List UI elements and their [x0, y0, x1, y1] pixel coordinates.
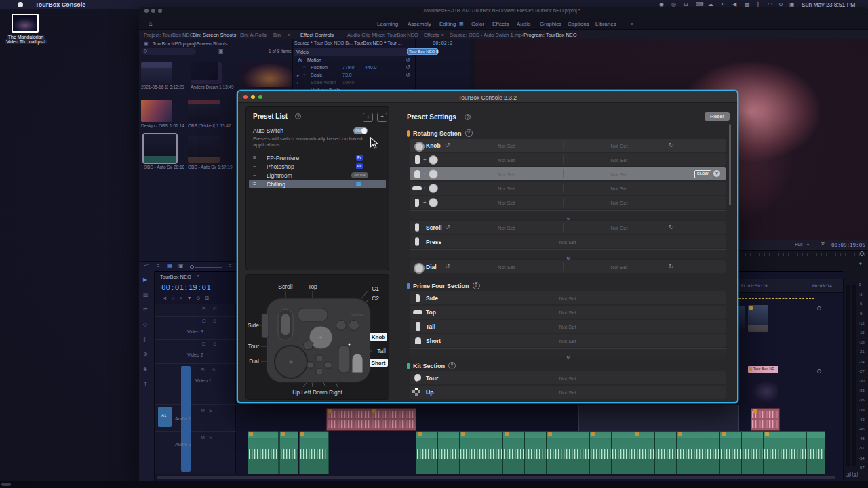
clip-thumbnail[interactable]: [188, 136, 220, 163]
clip-thumbnail[interactable]: [188, 100, 220, 122]
scale-twirl-icon[interactable]: ▸: [297, 73, 299, 77]
solo-left-button[interactable]: S: [846, 472, 851, 477]
drag-handle-icon[interactable]: ≡: [253, 163, 256, 169]
scroll-wheel[interactable]: [281, 314, 290, 335]
side-button[interactable]: [262, 314, 269, 338]
dpad-right-button[interactable]: [325, 362, 332, 368]
clip-name[interactable]: OBS - Auto Swich 2...: [188, 165, 216, 169]
solo-track-icon[interactable]: S: [209, 408, 212, 413]
razor-tool-icon[interactable]: ◇: [143, 321, 147, 327]
sequence-tab[interactable]: TourBox NEO: [160, 274, 191, 280]
top-plus-knob-row[interactable]: + Not Set Not Set: [410, 182, 726, 195]
tour-binding[interactable]: Not Set: [410, 375, 726, 382]
combo-ccw-binding[interactable]: Not Set: [450, 186, 562, 192]
mute-track-icon[interactable]: M: [201, 435, 205, 440]
clip-name[interactable]: OBS - Auto Swich 1...: [144, 165, 172, 169]
monitor-zoom-select[interactable]: Full: [795, 242, 802, 247]
knob-row[interactable]: Knob ↺ Not Set Not Set ↻: [410, 139, 726, 152]
scroll-up-binding[interactable]: Not Set: [450, 225, 562, 231]
combo-ccw-binding[interactable]: Not Set: [450, 157, 562, 163]
minimize-window-button[interactable]: [151, 9, 155, 13]
reset-position-icon[interactable]: ↺: [406, 64, 410, 70]
reset-scale-icon[interactable]: ↺: [406, 72, 410, 78]
toggle-track-output-icon[interactable]: ⊟: [202, 342, 206, 347]
preset-item-photoshop[interactable]: ≡ Photoshop Ps: [249, 162, 386, 171]
rotate-ccw-icon[interactable]: ↺: [445, 142, 450, 148]
top-row[interactable]: Top Not Set: [410, 306, 726, 319]
tall-plus-knob-row[interactable]: + Not Set Not Set: [410, 153, 726, 166]
clip-thumbnail[interactable]: [239, 61, 295, 87]
video-clip-thumbnail[interactable]: [748, 373, 778, 404]
rotate-cw-icon[interactable]: ↻: [669, 263, 674, 270]
timeline-menu-icon[interactable]: ▼: [187, 296, 197, 300]
up-row[interactable]: Up Not Set: [410, 386, 726, 399]
side-row[interactable]: Side Not Set: [410, 291, 726, 304]
ec-clip-chip[interactable]: Tour Box NEO B: [407, 48, 438, 55]
icon-view-icon[interactable]: ▦: [167, 263, 173, 269]
track-name-v1[interactable]: Video 1: [195, 378, 212, 383]
mute-track-icon[interactable]: M: [201, 408, 205, 413]
scroll-row[interactable]: Scroll ↺ Not Set Not Set ↻: [410, 221, 726, 234]
position-stopwatch-icon[interactable]: ○: [303, 65, 306, 69]
tab-project[interactable]: Project: TourBox NEO: [144, 32, 193, 38]
fx-icon[interactable]: fx: [298, 58, 302, 62]
toggle-track-output-icon[interactable]: ⊟: [201, 367, 205, 373]
dpad-left-button[interactable]: [307, 362, 314, 368]
add-track-icon[interactable]: +: [859, 260, 862, 267]
dialog-titlebar[interactable]: TourBox Console 2.3.2: [238, 92, 737, 103]
close-window-button[interactable]: [144, 9, 149, 13]
c2-button[interactable]: [349, 321, 359, 331]
clip-name[interactable]: Anders Dream -...: [191, 85, 218, 89]
track-name-a1[interactable]: Audio 1: [175, 416, 191, 421]
timeline-timecode[interactable]: 00:01:19:01: [161, 283, 211, 292]
folder-icon[interactable]: ▣: [218, 48, 224, 54]
short-plus-knob-row-selected[interactable]: + Not Set Not Set SLOW ×: [410, 167, 726, 180]
ec-source-dropdown-icon[interactable]: ▾: [348, 41, 350, 45]
dial-row[interactable]: Dial ↺ Not Set Not Set ↻: [410, 260, 726, 273]
video-clip-label[interactable]: Tour Box NE: [748, 366, 778, 373]
source-patch-a1[interactable]: A1: [158, 407, 172, 427]
add-preset-button[interactable]: +: [377, 113, 387, 122]
home-icon[interactable]: ⌂: [149, 20, 153, 27]
track-eye-icon[interactable]: ⊙: [213, 319, 217, 324]
rotate-ccw-icon[interactable]: ↺: [445, 224, 450, 230]
freeform-view-icon[interactable]: ▣: [178, 263, 184, 269]
tab-graphics[interactable]: Graphics: [540, 21, 561, 27]
audio-clip-green[interactable]: [299, 431, 329, 474]
tab-audio[interactable]: Audio: [517, 21, 530, 27]
short-binding[interactable]: Not Set: [410, 338, 726, 344]
timeline-h-scrollbar[interactable]: [157, 476, 835, 479]
panel-menu-icon[interactable]: ≡: [229, 263, 232, 269]
wrench-icon[interactable]: ⚒: [821, 241, 825, 247]
track-name-v2[interactable]: Video 2: [187, 352, 203, 357]
track-name-v3[interactable]: Video 3: [187, 329, 203, 334]
tab-learning[interactable]: Learning: [377, 21, 398, 27]
audio-clip-green[interactable]: [279, 431, 298, 474]
zoom-slider-track[interactable]: [195, 267, 222, 268]
snap-icon[interactable]: ⊲: [163, 296, 172, 300]
toggle-track-output-icon[interactable]: ⊟: [202, 306, 206, 312]
short-button[interactable]: [352, 354, 363, 373]
dial-ccw-binding[interactable]: Not Set: [450, 264, 562, 270]
linked-selection-icon[interactable]: ∩: [172, 296, 180, 300]
tall-row[interactable]: Tall Not Set: [410, 320, 726, 333]
clip-name[interactable]: OBS (Tekkert) - T...: [188, 123, 215, 128]
track-select-tool-icon[interactable]: ▥: [143, 291, 149, 298]
scroll-expand-row[interactable]: »: [410, 249, 726, 258]
project-breadcrumb[interactable]: TourBox NEO.prproj\Screen Shoots: [153, 41, 228, 46]
zoom-window-button[interactable]: [158, 9, 162, 13]
rotate-ccw-icon[interactable]: ↺: [445, 263, 450, 270]
hand-tool-icon[interactable]: ◈: [143, 366, 147, 372]
video-clip[interactable]: [748, 305, 768, 332]
scroll-down-binding[interactable]: Not Set: [563, 225, 675, 231]
corner-scrollbar[interactable]: [1, 483, 11, 486]
drag-handle-icon[interactable]: ≡: [253, 181, 256, 187]
selection-tool-icon[interactable]: ▶: [143, 277, 147, 283]
dial-cw-binding[interactable]: Not Set: [563, 264, 675, 270]
ec-motion-label[interactable]: Motion: [307, 58, 321, 62]
audio-clip-green[interactable]: [248, 431, 279, 474]
ripple-edit-tool-icon[interactable]: ⇄: [143, 306, 148, 312]
panel-overflow-icon-2[interactable]: »: [441, 32, 444, 38]
tab-audio-clip-mixer[interactable]: Audio Clip Mixer: TourBox NEO: [347, 32, 418, 38]
short-row[interactable]: Short Not Set: [410, 334, 726, 347]
